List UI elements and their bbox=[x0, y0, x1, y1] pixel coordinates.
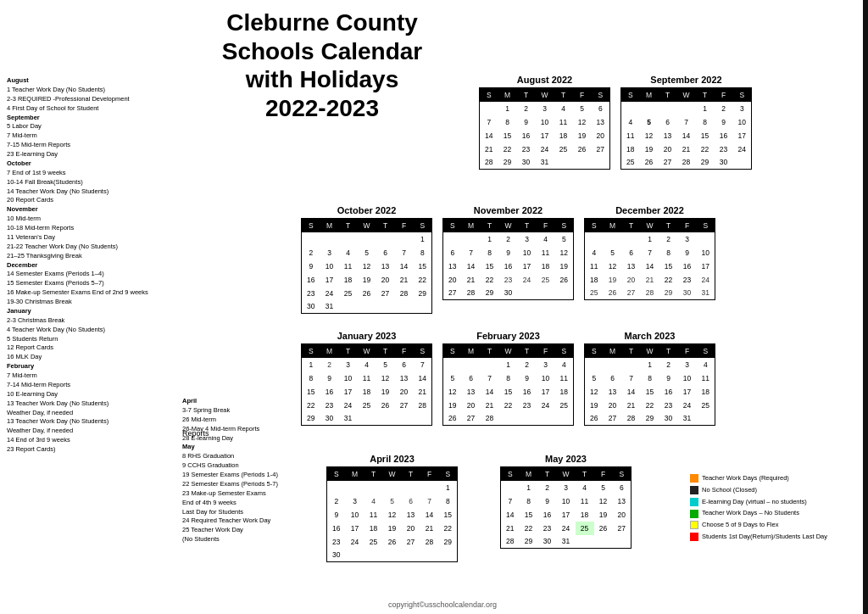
title-section: Cleburne County Schools Calendar with Ho… bbox=[170, 8, 475, 122]
legend-box-teacher-required bbox=[690, 474, 698, 483]
row3-calendars: January 2023 SMTWTFS 1234567 89101112131… bbox=[301, 331, 715, 426]
legend-label-elearning: E-learning Day (virtual – no students) bbox=[702, 497, 807, 508]
march-title: March 2023 bbox=[584, 331, 715, 341]
legend-label-flex: Choose 5 of 9 Days to Flex bbox=[702, 520, 778, 531]
title-line2: Schools Calendar bbox=[222, 38, 423, 64]
reports-label: Reports bbox=[182, 429, 209, 438]
legend-flex: Choose 5 of 9 Days to Flex bbox=[690, 520, 860, 531]
february-calendar: February 2023 SMTWTFS 1234 567891011 121… bbox=[442, 331, 574, 426]
november-title: November 2022 bbox=[442, 205, 574, 215]
may-title: May 2023 bbox=[500, 454, 632, 464]
row2-calendars: October 2022 SMTWTFS 1 2345678 910111213… bbox=[301, 205, 715, 314]
row4-calendars: April 2023 SMTWTFS 1 2345678 91011121314… bbox=[326, 454, 632, 562]
legend-label-teacher-no-students: Teacher Work Days – No Students bbox=[702, 508, 799, 519]
middle-notes: April 3-7 Spring Break 26 Mid-term 26-Ma… bbox=[182, 397, 318, 544]
legend-box-students-first-last bbox=[690, 533, 698, 541]
may-heading: May bbox=[182, 443, 195, 450]
august-heading: August bbox=[7, 76, 29, 84]
january-calendar: January 2023 SMTWTFS 1234567 89101112131… bbox=[301, 331, 432, 426]
september-calendar: September 2022 SMTWTFS 123 45678910 1112… bbox=[620, 75, 752, 170]
legend-box-elearning bbox=[690, 498, 698, 506]
legend-box-no-school bbox=[690, 486, 698, 494]
january-title: January 2023 bbox=[301, 331, 432, 341]
legend: Teacher Work Days (Required) No School (… bbox=[690, 473, 860, 544]
legend-box-teacher-no-students bbox=[690, 510, 698, 518]
august-calendar: August 2022 SMTWTFS 123456 78910111213 1… bbox=[479, 75, 610, 170]
legend-students-first-last: Students 1st Day(Return)/Students Last D… bbox=[690, 532, 860, 543]
november-heading: November bbox=[7, 205, 38, 213]
may-calendar: May 2023 SMTWTFS 123456 78910111213 1415… bbox=[500, 454, 632, 562]
title-line1: Cleburne County bbox=[226, 9, 418, 36]
legend-teacher-no-students: Teacher Work Days – No Students bbox=[690, 508, 860, 519]
april-heading: April bbox=[182, 397, 197, 405]
december-heading: December bbox=[7, 261, 37, 269]
legend-label-no-school: No School (Closed) bbox=[702, 485, 757, 496]
february-title: February 2023 bbox=[442, 331, 574, 341]
january-heading: January bbox=[7, 307, 31, 315]
april-calendar: April 2023 SMTWTFS 1 2345678 91011121314… bbox=[326, 454, 458, 562]
legend-label-teacher-required: Teacher Work Days (Required) bbox=[702, 473, 789, 484]
legend-box-flex bbox=[690, 521, 698, 529]
march-calendar: March 2023 SMTWTFS 1234 567891011 121314… bbox=[584, 331, 715, 426]
december-title: December 2022 bbox=[584, 205, 715, 215]
november-calendar: November 2022 SMTWTFS 12345 6789101112 1… bbox=[442, 205, 574, 314]
footer: copyright©usschoolcalendar.org bbox=[8, 600, 868, 609]
april-title: April 2023 bbox=[326, 454, 458, 464]
title-line4: 2022-2023 bbox=[265, 95, 379, 121]
october-heading: October bbox=[7, 159, 31, 167]
top-calendars: August 2022 SMTWTFS 123456 78910111213 1… bbox=[479, 75, 752, 170]
legend-teacher-required: Teacher Work Days (Required) bbox=[690, 473, 860, 484]
legend-label-students-first-last: Students 1st Day(Return)/Students Last D… bbox=[702, 532, 827, 543]
february-heading: February bbox=[7, 362, 34, 370]
legend-no-school: No School (Closed) bbox=[690, 485, 860, 496]
right-border bbox=[863, 0, 868, 614]
left-notes: August 1 Teacher Work Day (No Students) … bbox=[7, 76, 176, 455]
september-heading: September bbox=[7, 114, 40, 121]
october-title: October 2022 bbox=[301, 205, 432, 215]
title-line3: with Holidays bbox=[246, 66, 398, 92]
legend-elearning: E-learning Day (virtual – no students) bbox=[690, 497, 860, 508]
december-calendar: December 2022 SMTWTFS 123 45678910 11121… bbox=[584, 205, 715, 314]
october-calendar: October 2022 SMTWTFS 1 2345678 910111213… bbox=[301, 205, 432, 314]
august-title: August 2022 bbox=[479, 75, 610, 85]
september-title: September 2022 bbox=[620, 75, 752, 85]
title: Cleburne County Schools Calendar with Ho… bbox=[170, 8, 475, 122]
